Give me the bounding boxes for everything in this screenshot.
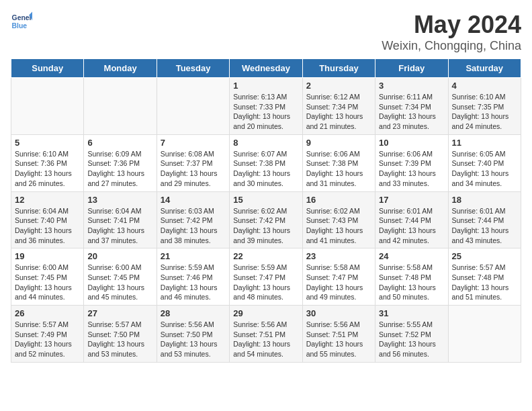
calendar-week-row: 12Sunrise: 6:04 AM Sunset: 7:40 PM Dayli… — [11, 191, 521, 248]
day-info: Sunrise: 5:59 AM Sunset: 7:46 PM Dayligh… — [161, 263, 226, 302]
day-number: 20 — [87, 251, 152, 261]
calendar-cell: 6Sunrise: 6:09 AM Sunset: 7:36 PM Daylig… — [84, 134, 157, 191]
day-info: Sunrise: 6:12 AM Sunset: 7:34 PM Dayligh… — [306, 92, 371, 132]
day-info: Sunrise: 6:04 AM Sunset: 7:41 PM Dayligh… — [87, 206, 152, 246]
weekday-header: Sunday — [11, 59, 84, 78]
calendar-cell: 9Sunrise: 6:06 AM Sunset: 7:38 PM Daylig… — [302, 134, 375, 191]
day-info: Sunrise: 6:10 AM Sunset: 7:36 PM Dayligh… — [15, 149, 80, 189]
day-number: 24 — [379, 251, 444, 261]
calendar-cell: 2Sunrise: 6:12 AM Sunset: 7:34 PM Daylig… — [302, 78, 375, 135]
calendar-cell: 8Sunrise: 6:07 AM Sunset: 7:38 PM Daylig… — [230, 134, 302, 191]
svg-text:Blue: Blue — [12, 22, 28, 30]
calendar-cell — [157, 78, 229, 135]
subtitle: Weixin, Chongqing, China — [382, 39, 521, 53]
day-info: Sunrise: 6:03 AM Sunset: 7:42 PM Dayligh… — [161, 206, 226, 246]
day-info: Sunrise: 6:02 AM Sunset: 7:43 PM Dayligh… — [306, 206, 371, 246]
calendar-cell — [84, 78, 157, 135]
calendar-week-row: 19Sunrise: 6:00 AM Sunset: 7:45 PM Dayli… — [11, 248, 521, 306]
day-number: 17 — [379, 195, 444, 205]
day-info: Sunrise: 6:05 AM Sunset: 7:40 PM Dayligh… — [452, 149, 517, 189]
title-area: May 2024 Weixin, Chongqing, China — [382, 11, 521, 53]
logo-icon: General Blue — [11, 11, 32, 32]
day-info: Sunrise: 5:57 AM Sunset: 7:48 PM Dayligh… — [452, 263, 517, 302]
calendar-cell: 16Sunrise: 6:02 AM Sunset: 7:43 PM Dayli… — [302, 191, 375, 248]
day-number: 2 — [306, 81, 371, 91]
weekday-header: Thursday — [302, 59, 375, 78]
logo: General Blue — [11, 11, 32, 32]
calendar-cell: 19Sunrise: 6:00 AM Sunset: 7:45 PM Dayli… — [11, 248, 84, 306]
day-info: Sunrise: 5:56 AM Sunset: 7:50 PM Dayligh… — [161, 320, 226, 359]
day-number: 15 — [233, 195, 298, 205]
calendar-cell: 20Sunrise: 6:00 AM Sunset: 7:45 PM Dayli… — [84, 248, 157, 306]
day-number: 1 — [233, 81, 298, 91]
day-number: 13 — [87, 195, 152, 205]
day-info: Sunrise: 5:56 AM Sunset: 7:51 PM Dayligh… — [233, 320, 298, 359]
calendar-cell: 1Sunrise: 6:13 AM Sunset: 7:33 PM Daylig… — [230, 78, 302, 135]
calendar-cell: 24Sunrise: 5:58 AM Sunset: 7:48 PM Dayli… — [375, 248, 448, 306]
day-number: 19 — [15, 251, 80, 261]
day-info: Sunrise: 6:00 AM Sunset: 7:45 PM Dayligh… — [15, 263, 80, 302]
calendar-cell: 5Sunrise: 6:10 AM Sunset: 7:36 PM Daylig… — [11, 134, 84, 191]
calendar-cell: 17Sunrise: 6:01 AM Sunset: 7:44 PM Dayli… — [375, 191, 448, 248]
day-number: 8 — [233, 138, 298, 148]
calendar-cell — [448, 306, 521, 363]
calendar-cell: 31Sunrise: 5:55 AM Sunset: 7:52 PM Dayli… — [375, 306, 448, 363]
calendar-cell — [11, 78, 84, 135]
day-info: Sunrise: 6:06 AM Sunset: 7:38 PM Dayligh… — [306, 149, 371, 189]
day-number: 31 — [379, 308, 444, 318]
day-info: Sunrise: 6:04 AM Sunset: 7:40 PM Dayligh… — [15, 206, 80, 246]
calendar-cell: 18Sunrise: 6:01 AM Sunset: 7:44 PM Dayli… — [448, 191, 521, 248]
calendar-cell: 7Sunrise: 6:08 AM Sunset: 7:37 PM Daylig… — [157, 134, 229, 191]
day-number: 6 — [87, 138, 152, 148]
calendar-week-row: 5Sunrise: 6:10 AM Sunset: 7:36 PM Daylig… — [11, 134, 521, 191]
day-number: 27 — [87, 308, 152, 318]
day-info: Sunrise: 5:58 AM Sunset: 7:48 PM Dayligh… — [379, 263, 444, 302]
day-info: Sunrise: 6:08 AM Sunset: 7:37 PM Dayligh… — [161, 149, 226, 189]
header: General Blue May 2024 Weixin, Chongqing,… — [11, 11, 521, 53]
day-number: 11 — [452, 138, 517, 148]
day-info: Sunrise: 5:57 AM Sunset: 7:49 PM Dayligh… — [15, 320, 80, 359]
day-info: Sunrise: 6:10 AM Sunset: 7:35 PM Dayligh… — [452, 92, 517, 132]
day-info: Sunrise: 5:57 AM Sunset: 7:50 PM Dayligh… — [87, 320, 152, 359]
day-info: Sunrise: 6:13 AM Sunset: 7:33 PM Dayligh… — [233, 92, 298, 132]
calendar-cell: 28Sunrise: 5:56 AM Sunset: 7:50 PM Dayli… — [157, 306, 229, 363]
calendar-cell: 15Sunrise: 6:02 AM Sunset: 7:42 PM Dayli… — [230, 191, 302, 248]
svg-text:General: General — [12, 14, 32, 21]
day-number: 3 — [379, 81, 444, 91]
day-info: Sunrise: 6:02 AM Sunset: 7:42 PM Dayligh… — [233, 206, 298, 246]
day-number: 23 — [306, 251, 371, 261]
calendar-cell: 13Sunrise: 6:04 AM Sunset: 7:41 PM Dayli… — [84, 191, 157, 248]
day-info: Sunrise: 6:07 AM Sunset: 7:38 PM Dayligh… — [233, 149, 298, 189]
day-number: 21 — [161, 251, 226, 261]
day-info: Sunrise: 6:09 AM Sunset: 7:36 PM Dayligh… — [87, 149, 152, 189]
day-number: 7 — [161, 138, 226, 148]
day-number: 26 — [15, 308, 80, 318]
calendar-week-row: 1Sunrise: 6:13 AM Sunset: 7:33 PM Daylig… — [11, 78, 521, 135]
day-info: Sunrise: 5:58 AM Sunset: 7:47 PM Dayligh… — [306, 263, 371, 302]
calendar-cell: 12Sunrise: 6:04 AM Sunset: 7:40 PM Dayli… — [11, 191, 84, 248]
calendar-cell: 11Sunrise: 6:05 AM Sunset: 7:40 PM Dayli… — [448, 134, 521, 191]
calendar-cell: 30Sunrise: 5:56 AM Sunset: 7:51 PM Dayli… — [302, 306, 375, 363]
day-number: 28 — [161, 308, 226, 318]
day-info: Sunrise: 6:00 AM Sunset: 7:45 PM Dayligh… — [87, 263, 152, 302]
calendar-cell: 4Sunrise: 6:10 AM Sunset: 7:35 PM Daylig… — [448, 78, 521, 135]
weekday-header: Friday — [375, 59, 448, 78]
weekday-header: Monday — [84, 59, 157, 78]
calendar-week-row: 26Sunrise: 5:57 AM Sunset: 7:49 PM Dayli… — [11, 306, 521, 363]
day-number: 30 — [306, 308, 371, 318]
calendar-cell: 14Sunrise: 6:03 AM Sunset: 7:42 PM Dayli… — [157, 191, 229, 248]
calendar-cell: 25Sunrise: 5:57 AM Sunset: 7:48 PM Dayli… — [448, 248, 521, 306]
calendar-cell: 21Sunrise: 5:59 AM Sunset: 7:46 PM Dayli… — [157, 248, 229, 306]
day-info: Sunrise: 5:56 AM Sunset: 7:51 PM Dayligh… — [306, 320, 371, 359]
day-number: 12 — [15, 195, 80, 205]
calendar-cell: 22Sunrise: 5:59 AM Sunset: 7:47 PM Dayli… — [230, 248, 302, 306]
day-number: 25 — [452, 251, 517, 261]
day-number: 5 — [15, 138, 80, 148]
day-number: 9 — [306, 138, 371, 148]
calendar-cell: 23Sunrise: 5:58 AM Sunset: 7:47 PM Dayli… — [302, 248, 375, 306]
day-number: 4 — [452, 81, 517, 91]
day-number: 10 — [379, 138, 444, 148]
day-info: Sunrise: 5:55 AM Sunset: 7:52 PM Dayligh… — [379, 320, 444, 359]
calendar-cell: 10Sunrise: 6:06 AM Sunset: 7:39 PM Dayli… — [375, 134, 448, 191]
calendar-cell: 3Sunrise: 6:11 AM Sunset: 7:34 PM Daylig… — [375, 78, 448, 135]
